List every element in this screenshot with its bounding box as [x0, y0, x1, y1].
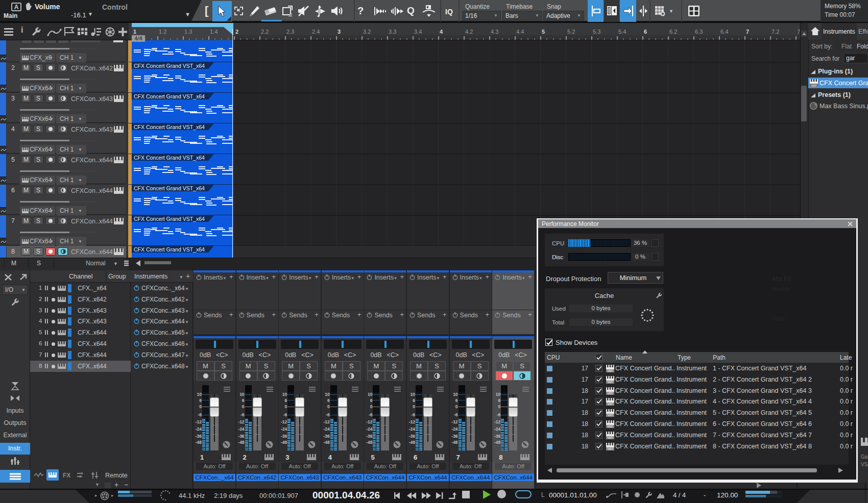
svg-text:VST: VST [811, 84, 817, 87]
svg-text:VST: VST [608, 392, 613, 395]
svg-text:VST: VST [608, 436, 613, 439]
svg-text:VST: VST [608, 425, 613, 428]
svg-text:VST: VST [608, 403, 613, 406]
svg-text:VST: VST [608, 414, 613, 417]
svg-text:VST: VST [608, 369, 613, 372]
svg-text:VST: VST [608, 381, 613, 384]
svg-text:VST: VST [608, 447, 613, 450]
